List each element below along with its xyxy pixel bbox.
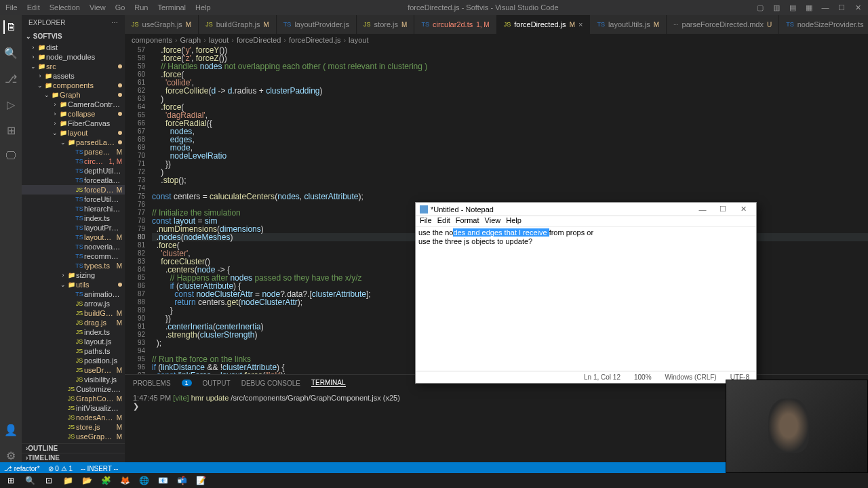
tree-item[interactable]: TSrecommender.ts bbox=[22, 251, 125, 261]
tree-item[interactable]: JSlayout.js bbox=[22, 337, 125, 346]
taskbar-item[interactable]: 📂 bbox=[80, 474, 94, 487]
notepad-titlebar[interactable]: *Untitled - Notepad — ☐ ✕ bbox=[416, 203, 756, 216]
tree-item[interactable]: ⌄📁components bbox=[22, 81, 125, 90]
tree-item[interactable]: ⌄📁utils bbox=[22, 280, 125, 289]
taskbar-item[interactable]: 🌐 bbox=[137, 474, 151, 487]
panel-tab-debug-console[interactable]: DEBUG CONSOLE bbox=[241, 380, 300, 387]
tree-item[interactable]: ›📁dist bbox=[22, 43, 125, 52]
accounts-icon[interactable]: 👤 bbox=[4, 423, 18, 436]
tree-item[interactable]: TSlayoutUtils.jsM bbox=[22, 232, 125, 242]
layout-icon[interactable]: ▤ bbox=[788, 3, 797, 12]
tree-item[interactable]: JSbuildGraph.jsM bbox=[22, 308, 125, 318]
tree-item[interactable]: ⌄📁layout bbox=[22, 128, 125, 138]
editor-tab[interactable]: JSbuildGraph.jsM bbox=[199, 15, 277, 34]
menu-run[interactable]: Run bbox=[134, 3, 148, 12]
menu-edit[interactable]: Edit bbox=[27, 3, 40, 12]
tree-item[interactable]: ›📁collapse bbox=[22, 109, 125, 119]
project-name[interactable]: ⌄ SOFTVIS bbox=[22, 31, 125, 41]
editor-tab[interactable]: TSlayoutProvider.js bbox=[277, 15, 357, 34]
tree-item[interactable]: TScircular2d.ts1, M bbox=[22, 157, 125, 166]
breadcrumb[interactable]: components›Graph›layout›forceDirected›fo… bbox=[125, 34, 868, 46]
tree-item[interactable]: JSinitVisualization.js bbox=[22, 403, 125, 413]
remote-icon[interactable]: 🖵 bbox=[4, 149, 18, 163]
editor-tab[interactable]: JSforceDirected.jsM× bbox=[497, 15, 591, 34]
taskbar-item[interactable]: 📧 bbox=[156, 474, 170, 487]
notepad-menu-file[interactable]: File bbox=[420, 216, 432, 226]
tab-close-icon[interactable]: × bbox=[578, 20, 583, 28]
search-icon[interactable]: 🔍 bbox=[4, 46, 18, 60]
breadcrumb-item[interactable]: layout bbox=[349, 36, 368, 44]
panel-tab-terminal[interactable]: TERMINAL bbox=[311, 379, 346, 387]
tree-item[interactable]: JSGraphComponent.jsxM bbox=[22, 394, 125, 403]
panel-tab-output[interactable]: OUTPUT bbox=[203, 380, 231, 387]
tree-item[interactable]: TShierarchical.js bbox=[22, 204, 125, 214]
tree-item[interactable]: JSdrag.jsM bbox=[22, 318, 125, 327]
breadcrumb-item[interactable]: layout bbox=[209, 36, 229, 44]
menu-help[interactable]: Help bbox=[195, 3, 211, 12]
taskbar-item[interactable]: ⊞ bbox=[4, 474, 18, 487]
layout-icon[interactable]: ▦ bbox=[804, 3, 814, 12]
tree-item[interactable]: JSuseDrag.jsM bbox=[22, 365, 125, 375]
status-item[interactable]: ⎇ refactor* bbox=[4, 465, 40, 472]
maximize-icon[interactable]: ☐ bbox=[714, 205, 732, 214]
tree-item[interactable]: JSvisibility.js bbox=[22, 375, 125, 384]
breadcrumb-item[interactable]: forceDirected.js bbox=[289, 36, 340, 44]
taskbar-item[interactable]: 🔍 bbox=[23, 474, 37, 487]
tree-item[interactable]: ⌄📁src bbox=[22, 62, 125, 71]
tree-item[interactable]: JSarrow.js bbox=[22, 299, 125, 308]
editor-tab[interactable]: JSstore.jsM bbox=[357, 15, 414, 34]
notepad-menu-view[interactable]: View bbox=[485, 216, 501, 226]
editor-tab[interactable]: ···parseForceDirected.mdxU bbox=[667, 15, 779, 34]
notepad-menu-edit[interactable]: Edit bbox=[437, 216, 450, 226]
status-item[interactable]: ⊘ 0 ⚠ 1 bbox=[48, 465, 73, 472]
tree-item[interactable]: JSforceDirected.jsM bbox=[22, 185, 125, 195]
breadcrumb-item[interactable]: forceDirected bbox=[237, 36, 281, 44]
tree-item[interactable]: TSindex.ts bbox=[22, 214, 125, 223]
file-tree[interactable]: ›📁dist›📁node_modules⌄📁src›📁assets⌄📁compo… bbox=[22, 43, 125, 443]
tree-item[interactable]: ›📁assets bbox=[22, 71, 125, 81]
minimize-icon[interactable]: — bbox=[821, 3, 830, 12]
tree-item[interactable]: TSnooverlap.ts bbox=[22, 242, 125, 251]
maximize-icon[interactable]: ☐ bbox=[837, 3, 846, 12]
explorer-icon[interactable]: 🗎 bbox=[3, 20, 17, 34]
tree-item[interactable]: JSstore.jsM bbox=[22, 422, 125, 432]
breadcrumb-item[interactable]: Graph bbox=[180, 36, 201, 44]
notepad-window[interactable]: *Untitled - Notepad — ☐ ✕ FileEditFormat… bbox=[415, 202, 757, 384]
tree-item[interactable]: JSposition.js bbox=[22, 356, 125, 365]
taskbar-item[interactable]: 🦊 bbox=[118, 474, 132, 487]
tree-item[interactable]: JSuseGraph.jsM bbox=[22, 432, 125, 441]
settings-gear-icon[interactable]: ⚙ bbox=[4, 449, 18, 462]
tree-item[interactable]: JSindex.ts bbox=[22, 327, 125, 337]
panel-tab-problems[interactable]: PROBLEMS bbox=[133, 380, 171, 387]
editor-tab[interactable]: JSuseGraph.jsM bbox=[125, 15, 199, 34]
menu-terminal[interactable]: Terminal bbox=[158, 3, 186, 12]
taskbar-item[interactable]: 📁 bbox=[61, 474, 75, 487]
tree-item[interactable]: JSCustomize.jsx bbox=[22, 384, 125, 394]
source-control-icon[interactable]: ⎇ bbox=[4, 72, 18, 85]
taskbar-item[interactable]: ⊡ bbox=[42, 474, 56, 487]
editor-tab[interactable]: TScircular2d.ts1, M bbox=[414, 15, 496, 34]
minimize-icon[interactable]: — bbox=[694, 205, 711, 214]
more-icon[interactable]: ⋯ bbox=[111, 19, 118, 26]
tree-item[interactable]: TSdepthUtils.js bbox=[22, 166, 125, 176]
menu-selection[interactable]: Selection bbox=[50, 3, 80, 12]
tree-item[interactable]: JSnodesAndEdges.jsM bbox=[22, 413, 125, 422]
tree-item[interactable]: ›📁node_modules bbox=[22, 52, 125, 62]
extensions-icon[interactable]: ⊞ bbox=[4, 123, 18, 137]
layout-icon[interactable]: ▥ bbox=[772, 3, 781, 12]
notepad-menu-format[interactable]: Format bbox=[456, 216, 479, 226]
taskbar-item[interactable]: 📬 bbox=[175, 474, 189, 487]
tree-item[interactable]: TSanimations.ts bbox=[22, 289, 125, 299]
timeline-section[interactable]: › TIMELINE bbox=[22, 453, 125, 462]
taskbar-item[interactable]: 📝 bbox=[194, 474, 208, 487]
tree-item[interactable]: TStypes.tsM bbox=[22, 261, 125, 270]
editor-tab[interactable]: TSnodeSizeProvider.ts bbox=[779, 15, 868, 34]
tree-item[interactable]: ›📁sizing bbox=[22, 270, 125, 280]
close-icon[interactable]: ✕ bbox=[853, 3, 863, 12]
tree-item[interactable]: TSforceUtils.js bbox=[22, 195, 125, 204]
tree-item[interactable]: ⌄📁Graph bbox=[22, 90, 125, 100]
tree-item[interactable]: JSpaths.ts bbox=[22, 346, 125, 356]
tree-item[interactable]: TSlayoutProvider.js bbox=[22, 223, 125, 232]
layout-icon[interactable]: ▢ bbox=[755, 3, 765, 12]
tree-item[interactable]: TSparseForceDirected...M bbox=[22, 147, 125, 157]
